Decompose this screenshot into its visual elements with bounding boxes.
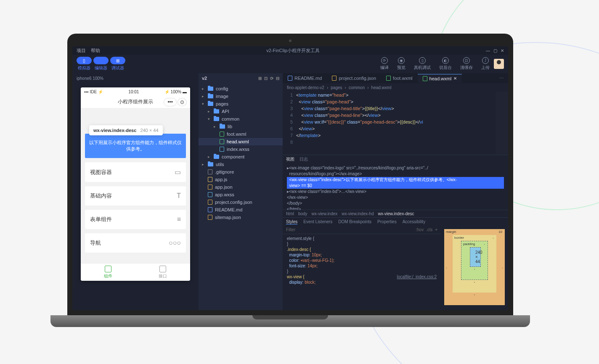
editor-tab[interactable]: project.config.json: [327, 74, 381, 82]
simulator-panel: iphone6 100% ▪▪▪ IDE ⚡ 10:01 ⚡ 100% ▬ 小程…: [72, 73, 199, 310]
avatar[interactable]: [494, 59, 504, 69]
new-file-icon[interactable]: ⊞: [258, 76, 262, 81]
tree-item[interactable]: sitemap.json: [199, 214, 283, 221]
folder-icon: [208, 94, 213, 98]
tab-name: project.config.json: [339, 76, 376, 81]
file-tree-panel: v2 ⊞ ⊡ ⟳ ⊟ ▸ config ▸ image ▾ pages: [199, 73, 283, 310]
folder-icon: [214, 109, 219, 113]
list-item-label: 基础内容: [90, 192, 112, 200]
tree-item[interactable]: foot.wxml: [199, 130, 283, 138]
tree-item[interactable]: head.wxml: [199, 138, 283, 145]
element-crumb[interactable]: wx-view.index-hd: [342, 211, 374, 216]
dom-line[interactable]: resources/kind/logo.png"></wx-image>: [287, 171, 504, 177]
breadcrumb-segment[interactable]: head.wxml: [371, 85, 392, 90]
toolbar-action-0[interactable]: ⟳编译: [380, 57, 389, 71]
filter-action[interactable]: :hov: [416, 227, 424, 232]
toolbar-action-2[interactable]: ▯真机调试: [414, 57, 431, 71]
close-icon[interactable]: ✕: [453, 76, 457, 81]
tree-item[interactable]: ▸ config: [199, 85, 283, 92]
tree-item[interactable]: ▸ image: [199, 92, 283, 100]
tab-name: head.wxml: [429, 76, 452, 81]
tree-item[interactable]: ▸ component: [199, 153, 283, 161]
new-folder-icon[interactable]: ⊡: [264, 76, 268, 81]
tree-item[interactable]: app.js: [199, 176, 283, 183]
tab-overflow-icon[interactable]: ⋯: [495, 76, 508, 81]
toolbar-action-5[interactable]: ⤴上传: [481, 57, 490, 71]
folder-icon: [214, 117, 219, 121]
dom-line[interactable]: </html>: [287, 206, 504, 210]
phone-tab-0[interactable]: 组件: [81, 264, 135, 281]
target-icon[interactable]: ⊙: [178, 98, 187, 106]
menu-help[interactable]: 帮助: [91, 47, 100, 54]
tree-item[interactable]: .gitignore: [199, 168, 283, 176]
filter-action[interactable]: +: [435, 227, 437, 232]
tree-item[interactable]: app.wxss: [199, 191, 283, 198]
tree-item-name: API: [222, 109, 229, 114]
minimap[interactable]: [496, 92, 508, 155]
filter-action[interactable]: .cls: [426, 227, 432, 232]
breadcrumb-segment[interactable]: fino-applet-demo-v2: [287, 85, 324, 90]
dom-line[interactable]: ▸<wx-image class="index-logo" src="../re…: [287, 165, 504, 171]
tab-name: README.md: [294, 76, 322, 81]
close-icon[interactable]: ✕: [501, 48, 504, 53]
devtools-tab-log[interactable]: 日志: [300, 156, 308, 162]
style-rules[interactable]: Filter :hov.cls+ element.style {}.index-…: [283, 226, 441, 310]
editor-tab[interactable]: foot.wxml: [381, 74, 417, 82]
element-crumb[interactable]: wx-view.index-desc: [378, 211, 414, 216]
content-size: 240 × 44: [470, 247, 481, 267]
element-crumb[interactable]: html: [286, 211, 294, 216]
dom-line[interactable]: view> == $0: [287, 183, 504, 189]
style-tab[interactable]: Event Listeners: [303, 219, 332, 224]
tree-item[interactable]: ▸ lib: [199, 123, 283, 130]
element-crumb[interactable]: body: [298, 211, 307, 216]
dom-line[interactable]: <wx-view class="index-desc">以下将展示小程序官方组件…: [287, 177, 504, 183]
list-item[interactable]: 基础内容 T: [85, 186, 186, 206]
devtools-tab-view[interactable]: 视图: [286, 156, 294, 162]
list-item[interactable]: 视图容器 ▭: [85, 162, 186, 182]
collapse-icon[interactable]: ⊟: [276, 76, 279, 81]
toolbar-action-3[interactable]: ◐切后台: [439, 57, 452, 71]
more-icon[interactable]: •••: [164, 98, 177, 106]
refresh-icon[interactable]: ⟳: [270, 76, 273, 81]
filter-input[interactable]: Filter: [286, 227, 295, 232]
dom-line[interactable]: </wx-view>: [287, 195, 504, 200]
editor-tab[interactable]: head.wxml ✕: [418, 74, 462, 83]
minimize-icon[interactable]: —: [486, 48, 490, 53]
element-crumb[interactable]: wx-view.index: [312, 211, 338, 216]
tree-item[interactable]: app.json: [199, 183, 283, 191]
phone-tab-1[interactable]: 接口: [135, 264, 190, 281]
style-tab[interactable]: Properties: [377, 219, 397, 224]
dom-line[interactable]: ▸<wx-view class="index-bd">…</wx-view>: [287, 189, 504, 195]
list-item[interactable]: 导航 ○○○: [85, 233, 186, 253]
breadcrumb-segment[interactable]: common: [349, 85, 365, 90]
dom-inspector[interactable]: ▸<wx-image class="index-logo" src="../re…: [283, 164, 508, 210]
toolbar-pill-1[interactable]: 编辑器: [93, 57, 109, 71]
editor-tab[interactable]: README.md: [283, 74, 327, 82]
tree-item-name: app.js: [215, 177, 227, 182]
maximize-icon[interactable]: ▢: [493, 48, 497, 53]
toolbar: ▯ 模拟器 编辑器 ⊞ 调试器 ⟳编译 ◉预览 ▯真机调试 ◐切后台 ⊡清缓存 …: [72, 55, 508, 73]
code-editor[interactable]: 12345678 <template name="head"> <view cl…: [283, 92, 508, 155]
toolbar-pill-2[interactable]: ⊞ 调试器: [110, 57, 125, 71]
tree-item[interactable]: project.config.json: [199, 198, 283, 206]
menu-project[interactable]: 项目: [77, 47, 86, 54]
style-tab[interactable]: DOM Breakpoints: [338, 219, 371, 224]
tree-item[interactable]: ▾ pages: [199, 100, 283, 108]
toolbar-action-1[interactable]: ◉预览: [397, 57, 406, 71]
toolbar-pill-0[interactable]: ▯ 模拟器: [77, 57, 92, 71]
dom-line[interactable]: </body>: [287, 200, 504, 206]
tree-item[interactable]: README.md: [199, 206, 283, 214]
menubar: 项目 帮助 v2-FinClip小程序开发工具 — ▢ ✕: [72, 46, 508, 55]
highlighted-element[interactable]: 以下用展示小程序官方组件能力，组件样式仅供参考。: [85, 134, 186, 158]
tree-item[interactable]: ▸ API: [199, 108, 283, 115]
style-tab[interactable]: Accessibility: [403, 219, 425, 224]
tree-item[interactable]: ▸ utils: [199, 161, 283, 168]
style-tab[interactable]: Styles: [286, 219, 297, 224]
list-item[interactable]: 表单组件 ≡: [85, 210, 186, 229]
toolbar-action-4[interactable]: ⊡清缓存: [460, 57, 473, 71]
tree-item[interactable]: ▾ common: [199, 115, 283, 123]
tree-header: v2 ⊞ ⊡ ⟳ ⊟: [199, 73, 283, 83]
inspector-tooltip: wx-view.index-desc 240 × 44: [89, 125, 163, 135]
breadcrumb-segment[interactable]: pages: [331, 85, 342, 90]
tree-item[interactable]: index.wxss: [199, 145, 283, 153]
